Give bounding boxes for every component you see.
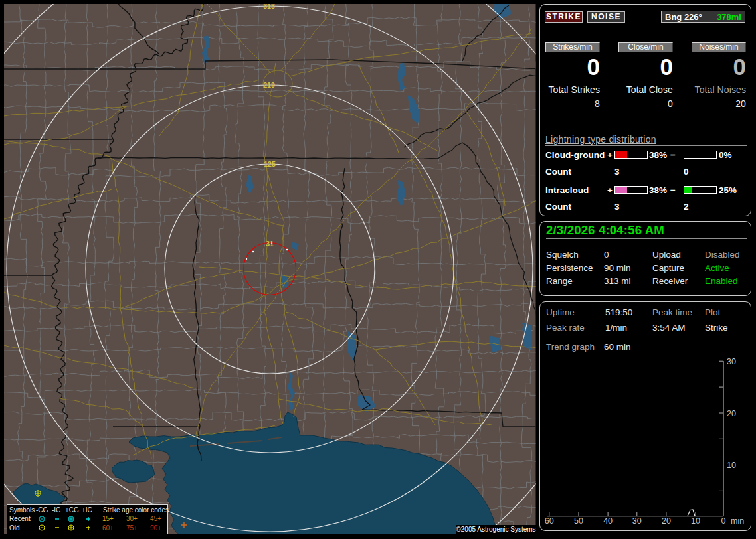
svg-text:20: 20	[662, 516, 671, 526]
svg-text:219: 219	[263, 81, 275, 89]
svg-text:31: 31	[266, 240, 274, 248]
svg-text:0: 0	[721, 516, 726, 526]
svg-text:min: min	[731, 516, 744, 526]
svg-text:40: 40	[603, 516, 613, 526]
svg-text:125: 125	[264, 160, 276, 168]
svg-text:20: 20	[727, 409, 736, 418]
svg-text:10: 10	[691, 516, 700, 526]
svg-text:30: 30	[727, 357, 736, 366]
svg-text:30: 30	[632, 516, 642, 526]
svg-text:10: 10	[727, 461, 736, 470]
svg-text:50: 50	[574, 516, 583, 526]
svg-text:60: 60	[545, 516, 554, 526]
